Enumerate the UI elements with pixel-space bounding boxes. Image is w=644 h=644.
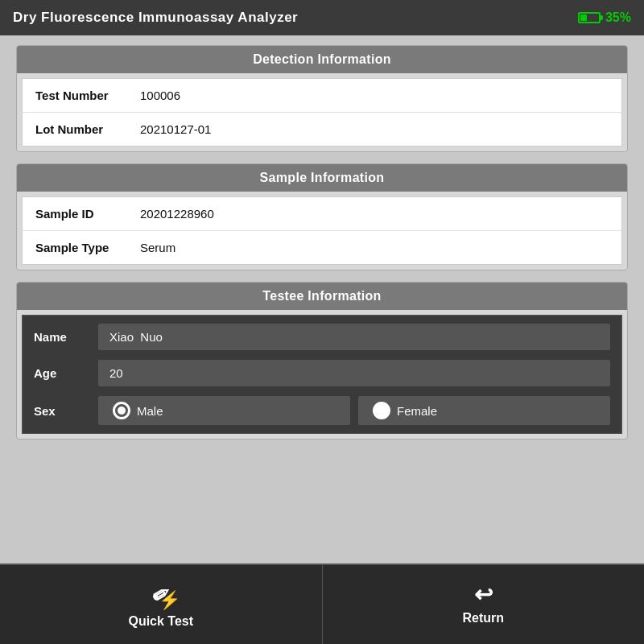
sex-label: Sex (34, 404, 98, 418)
detection-info-section: Detection Information Test Number 100006… (16, 45, 628, 152)
app-title: Dry Fluorescence Immunoassay Analyzer (13, 10, 298, 26)
testee-info-body: Name Age Sex Male Female (22, 315, 622, 434)
name-row: Name (34, 324, 610, 350)
sex-options: Male Female (98, 396, 610, 425)
sample-info-section: Sample Information Sample ID 20201228960… (16, 163, 628, 270)
return-label: Return (462, 611, 504, 625)
sample-info-header: Sample Information (17, 164, 627, 192)
return-button[interactable]: ↩ Return (323, 565, 645, 644)
return-icon: ↩ (474, 584, 493, 606)
test-number-label: Test Number (35, 89, 140, 102)
lot-number-row: Lot Number 20210127-01 (23, 113, 621, 146)
sex-row: Sex Male Female (34, 396, 610, 425)
female-radio[interactable] (373, 402, 390, 419)
sample-type-label: Sample Type (35, 241, 140, 254)
male-radio[interactable] (113, 402, 130, 419)
sample-type-value: Serum (140, 241, 175, 254)
battery-percent: 35% (605, 10, 631, 25)
quick-test-button[interactable]: ✏ ⚡ Quick Test (0, 565, 323, 644)
main-content: Detection Information Test Number 100006… (0, 35, 644, 564)
male-label: Male (137, 404, 163, 418)
name-label: Name (34, 330, 98, 344)
testee-info-header: Testee Information (17, 283, 627, 310)
age-row: Age (34, 360, 610, 386)
quick-test-icon: ✏ ⚡ (145, 580, 177, 609)
age-label: Age (34, 366, 98, 380)
sample-id-row: Sample ID 20201228960 (23, 197, 621, 231)
sample-id-value: 20201228960 (140, 207, 214, 221)
top-bar: Dry Fluorescence Immunoassay Analyzer 35… (0, 0, 644, 35)
male-option[interactable]: Male (98, 396, 350, 425)
female-option[interactable]: Female (358, 396, 610, 425)
battery-icon (578, 12, 601, 23)
lot-number-value: 20210127-01 (140, 122, 211, 136)
lot-number-label: Lot Number (35, 122, 140, 136)
bottom-nav: ✏ ⚡ Quick Test ↩ Return (0, 564, 644, 644)
quick-test-label: Quick Test (128, 614, 193, 629)
female-label: Female (397, 404, 437, 418)
testee-info-section: Testee Information Name Age Sex Male (16, 282, 628, 440)
sample-info-body: Sample ID 20201228960 Sample Type Serum (22, 196, 622, 265)
detection-info-body: Test Number 100006 Lot Number 20210127-0… (22, 78, 622, 147)
bolt-icon: ⚡ (159, 590, 180, 611)
test-number-row: Test Number 100006 (23, 79, 621, 113)
test-number-value: 100006 (140, 89, 180, 102)
age-input[interactable] (98, 360, 610, 386)
detection-info-header: Detection Information (17, 46, 627, 73)
name-input[interactable] (98, 324, 610, 350)
battery-area: 35% (578, 10, 631, 25)
sample-id-label: Sample ID (35, 207, 140, 221)
sample-type-row: Sample Type Serum (23, 231, 621, 264)
